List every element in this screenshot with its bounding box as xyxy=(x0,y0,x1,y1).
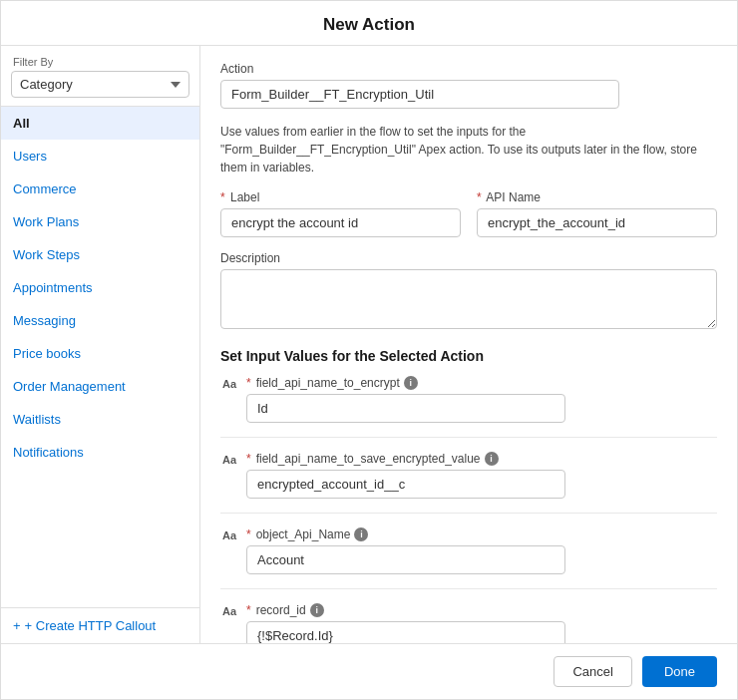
main-content: Action Use values from earlier in the fl… xyxy=(200,46,737,643)
input-row-record-id: Aa * record_id i xyxy=(220,603,717,643)
label-apiname-row: * Label * API Name xyxy=(220,190,717,237)
label-input[interactable] xyxy=(220,208,461,237)
new-action-modal: New Action Filter By Category Type Name … xyxy=(0,0,738,700)
object-api-name-input[interactable] xyxy=(246,545,565,574)
action-input[interactable] xyxy=(220,80,619,109)
info-icon-1[interactable]: i xyxy=(404,376,418,390)
plus-icon: + xyxy=(13,618,21,633)
cancel-button[interactable]: Cancel xyxy=(554,656,631,687)
input-field-group-1: * field_api_name_to_encrypt i xyxy=(246,376,717,423)
create-http-callout-button[interactable]: + + Create HTTP Callout xyxy=(13,618,156,633)
sidebar-item-users[interactable]: Users xyxy=(1,140,199,173)
filter-label: Filter By xyxy=(1,46,199,71)
sidebar-item-appointments[interactable]: Appointments xyxy=(1,271,199,304)
modal-footer: Cancel Done xyxy=(1,643,737,699)
sidebar-item-messaging[interactable]: Messaging xyxy=(1,304,199,337)
action-field-group: Action xyxy=(220,62,717,109)
sidebar-item-notifications[interactable]: Notifications xyxy=(1,436,199,469)
input-row-object-api-name: Aa * object_Api_Name i xyxy=(220,527,717,589)
sidebar-item-work-steps[interactable]: Work Steps xyxy=(1,238,199,271)
api-name-field-label: * API Name xyxy=(477,190,717,204)
description-label: Description xyxy=(220,251,717,265)
input-field-group-3: * object_Api_Name i xyxy=(246,527,717,574)
type-badge-4: Aa xyxy=(220,605,238,617)
sidebar-item-commerce[interactable]: Commerce xyxy=(1,173,199,205)
type-badge-2: Aa xyxy=(220,454,238,466)
info-icon-4[interactable]: i xyxy=(310,603,324,617)
description-field-group: Description xyxy=(220,251,717,332)
info-icon-3[interactable]: i xyxy=(354,527,368,541)
field-api-name-to-encrypt-input[interactable] xyxy=(246,394,565,423)
api-name-field-group: * API Name xyxy=(477,190,717,237)
modal-body: Filter By Category Type Name All Users C… xyxy=(1,46,737,643)
required-2: * xyxy=(246,452,251,466)
required-4: * xyxy=(246,603,251,617)
input-field-group-4: * record_id i xyxy=(246,603,717,643)
sidebar-item-price-books[interactable]: Price books xyxy=(1,337,199,370)
input-row-field-api-name-to-encrypt: Aa * field_api_name_to_encrypt i xyxy=(220,376,717,438)
modal-header: New Action xyxy=(1,1,737,46)
create-http-label: + Create HTTP Callout xyxy=(25,618,157,633)
sidebar-item-all[interactable]: All xyxy=(1,107,199,140)
input-field-label-4: * record_id i xyxy=(246,603,717,617)
label-field-label: * Label xyxy=(220,190,461,204)
input-row-field-api-name-to-save: Aa * field_api_name_to_save_encrypted_va… xyxy=(220,452,717,514)
sidebar-item-waitlists[interactable]: Waitlists xyxy=(1,403,199,436)
required-1: * xyxy=(246,376,251,390)
action-label: Action xyxy=(220,62,717,76)
info-icon-2[interactable]: i xyxy=(485,452,499,466)
input-field-label-2: * field_api_name_to_save_encrypted_value… xyxy=(246,452,717,466)
info-text: Use values from earlier in the flow to s… xyxy=(220,123,717,176)
label-required: * xyxy=(220,190,225,204)
sidebar-list: All Users Commerce Work Plans Work Steps… xyxy=(1,107,199,607)
sidebar-item-order-management[interactable]: Order Management xyxy=(1,370,199,403)
modal-title: New Action xyxy=(1,15,737,35)
api-name-input[interactable] xyxy=(477,208,717,237)
input-field-label-3: * object_Api_Name i xyxy=(246,527,717,541)
field-api-name-to-save-input[interactable] xyxy=(246,470,565,499)
api-name-required: * xyxy=(477,190,482,204)
sidebar-bottom: + + Create HTTP Callout xyxy=(1,607,199,643)
type-badge-1: Aa xyxy=(220,378,238,390)
sidebar-item-work-plans[interactable]: Work Plans xyxy=(1,205,199,238)
description-textarea[interactable] xyxy=(220,269,717,329)
input-field-label-1: * field_api_name_to_encrypt i xyxy=(246,376,717,390)
input-field-group-2: * field_api_name_to_save_encrypted_value… xyxy=(246,452,717,499)
done-button[interactable]: Done xyxy=(642,656,717,687)
label-field-group: * Label xyxy=(220,190,461,237)
sidebar: Filter By Category Type Name All Users C… xyxy=(1,46,200,643)
record-id-input[interactable] xyxy=(246,621,565,643)
set-inputs-title: Set Input Values for the Selected Action xyxy=(220,348,717,364)
filter-category-select[interactable]: Category Type Name xyxy=(11,71,189,98)
required-3: * xyxy=(246,527,251,541)
type-badge-3: Aa xyxy=(220,529,238,541)
